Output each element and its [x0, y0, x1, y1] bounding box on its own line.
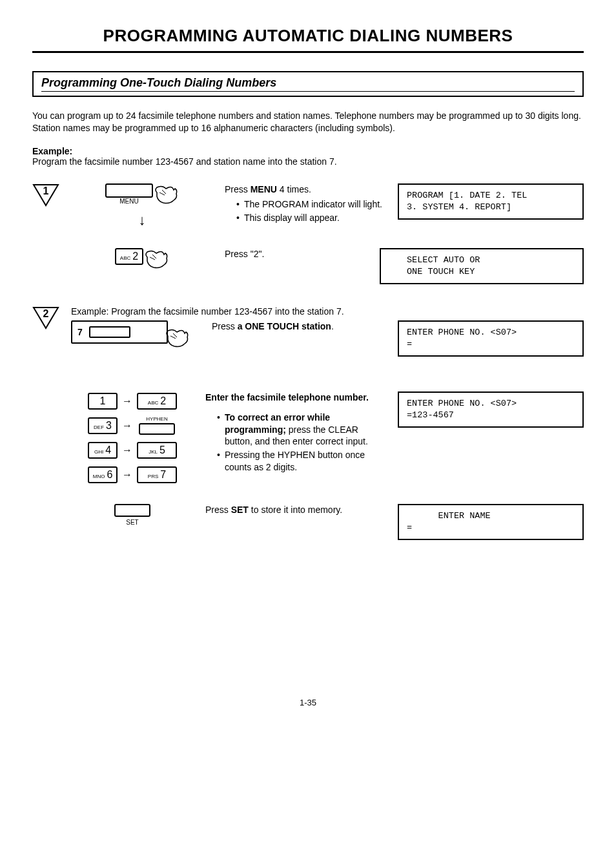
step-1b-row: ABC 2 Press "2". SELECT AUTO OR ONE TOUC…: [32, 248, 584, 287]
step-2-example-label: Example:: [71, 306, 108, 317]
step-3-display: ENTER PHONE NO. <S07> =123-4567: [398, 391, 584, 428]
title-rule: [32, 51, 584, 53]
step-2-example: Example: Program the facsimile number 12…: [71, 306, 584, 317]
step-1-instr-prefix: Press: [225, 184, 251, 194]
key-4: GHI4: [88, 442, 118, 459]
arrow-right-icon: →: [121, 444, 133, 456]
set-key: SET: [114, 504, 150, 526]
step-2-instr-suffix: .: [331, 321, 334, 331]
arrow-right-icon: →: [121, 420, 133, 432]
key-5-sup: JKL: [149, 449, 158, 455]
step-2-text: Press a ONE TOUCH station.: [212, 320, 386, 333]
set-label: SET: [126, 519, 138, 526]
key-2: ABC 2: [115, 248, 143, 265]
key-6: MNO6: [88, 466, 118, 483]
step-1b-text: Press "2".: [225, 248, 368, 260]
step-1-text: Press MENU 4 times. The PROGRAM indicato…: [225, 183, 386, 225]
page-number: 1-35: [32, 698, 584, 707]
step-number-1: 1: [43, 185, 49, 196]
step-2-display: ENTER PHONE NO. <S07> =: [398, 320, 584, 357]
key-7-sup: PRS: [148, 474, 158, 479]
step-4-instr-suffix: to store it into memory.: [249, 505, 342, 515]
key-6-sup: MNO: [93, 474, 105, 479]
key-2b-num: 2: [160, 395, 166, 407]
step-1-row: 1 MENU ↓ Press MENU 4 times. The PROGRAM…: [32, 183, 584, 229]
arrow-right-icon: →: [121, 469, 133, 481]
step-1-instr-bold: MENU: [251, 184, 277, 194]
key-2-sup: ABC: [120, 255, 130, 261]
hyphen-label: HYPHEN: [146, 416, 167, 422]
step-2-instr-prefix: Press: [212, 321, 238, 331]
one-touch-station-key: 7: [71, 320, 168, 344]
hand-icon: [164, 327, 190, 349]
step-1-instr-suffix: 4 times.: [277, 184, 311, 194]
set-slot: [114, 504, 150, 517]
step-3-marker-spacer: [32, 391, 59, 415]
step-1-illustration: MENU ↓: [71, 183, 213, 229]
key-2b-sup: ABC: [148, 400, 158, 406]
step-number-2: 2: [43, 308, 49, 319]
step-3-bullet-2: Pressing the HYPHEN button once counts a…: [217, 449, 386, 474]
key-7-num: 7: [160, 469, 166, 481]
key-1-num: 1: [100, 395, 106, 407]
key-6-num: 6: [107, 469, 112, 481]
key-4-num: 4: [105, 444, 111, 456]
step-1-bullet-1: The PROGRAM indicator will light.: [236, 198, 386, 211]
step-1-display: PROGRAM [1. DATE 2. TEL 3. SYSTEM 4. REP…: [398, 183, 584, 220]
hand-icon: [153, 183, 179, 205]
hyphen-slot: [139, 423, 175, 435]
step-4-text: Press SET to store it into memory.: [205, 504, 386, 516]
step-2-example-text: Program the facsimile number 123-4567 in…: [111, 306, 344, 317]
menu-key: MENU: [105, 183, 153, 198]
step-4-display: ENTER NAME =: [398, 504, 584, 540]
step-1b-instr: Press "2".: [225, 249, 264, 259]
station-number: 7: [77, 327, 83, 337]
step-1b-illustration: ABC 2: [71, 248, 213, 287]
step-marker-1: 1: [32, 183, 59, 207]
example-label: Example:: [32, 146, 72, 156]
menu-key-label: MENU: [107, 198, 152, 205]
step-4-row: SET Press SET to store it into memory. E…: [32, 504, 584, 543]
step-1b-display: SELECT AUTO OR ONE TOUCH KEY: [380, 248, 584, 284]
step-3-instr: Enter the facsimile telephone number.: [205, 391, 386, 404]
section-header-box: Programming One-Touch Dialing Numbers: [32, 71, 584, 97]
key-1: 1: [88, 393, 118, 410]
example-text: Program the facsimile number 123-4567 an…: [32, 156, 337, 167]
step-3-row: 1 → ABC2 DEF3 → HYPHEN GHI4 → JKL5 MNO6 …: [32, 391, 584, 485]
step-1b-marker-spacer: [32, 248, 59, 271]
hyphen-key: HYPHEN: [137, 416, 177, 435]
key-3: DEF3: [88, 417, 118, 434]
key-2-num: 2: [132, 251, 138, 262]
step-marker-2: 2: [32, 306, 59, 329]
step-2-row: 2 Example: Program the facsimile number …: [32, 306, 584, 359]
key-3-num: 3: [106, 420, 112, 432]
intro-paragraph: You can program up to 24 facsimile telep…: [32, 110, 584, 134]
step-3-bullet-1: To correct an error while programming; p…: [217, 412, 386, 448]
key-2b: ABC2: [137, 393, 177, 410]
step-2-illustration: 7: [71, 320, 200, 359]
page-title: PROGRAMMING AUTOMATIC DIALING NUMBERS: [32, 26, 584, 46]
example-block: Example: Program the facsimile number 12…: [32, 146, 584, 167]
step-3-text: Enter the facsimile telephone number. To…: [205, 391, 386, 475]
step-4-marker-spacer: [32, 504, 59, 527]
step-4-instr-prefix: Press: [205, 505, 231, 515]
keypad: 1 → ABC2 DEF3 → HYPHEN GHI4 → JKL5 MNO6 …: [88, 391, 177, 485]
step-3-illustration: 1 → ABC2 DEF3 → HYPHEN GHI4 → JKL5 MNO6 …: [71, 391, 194, 485]
step-4-instr-bold: SET: [231, 505, 249, 515]
down-arrow-icon: ↓: [139, 212, 146, 229]
step-4-illustration: SET: [71, 504, 194, 543]
key-5-num: 5: [159, 444, 165, 456]
section-title: Programming One-Touch Dialing Numbers: [41, 76, 575, 92]
station-slot: [89, 326, 130, 338]
key-7: PRS7: [137, 466, 177, 483]
key-3-sup: DEF: [94, 424, 104, 430]
key-4-sup: GHI: [94, 449, 103, 455]
step-1-bullet-2: This display will appear.: [236, 212, 386, 224]
arrow-right-icon: →: [121, 395, 133, 407]
hand-icon: [143, 248, 169, 270]
step-2-instr-bold: a ONE TOUCH station: [238, 321, 331, 331]
key-5: JKL5: [137, 442, 177, 459]
